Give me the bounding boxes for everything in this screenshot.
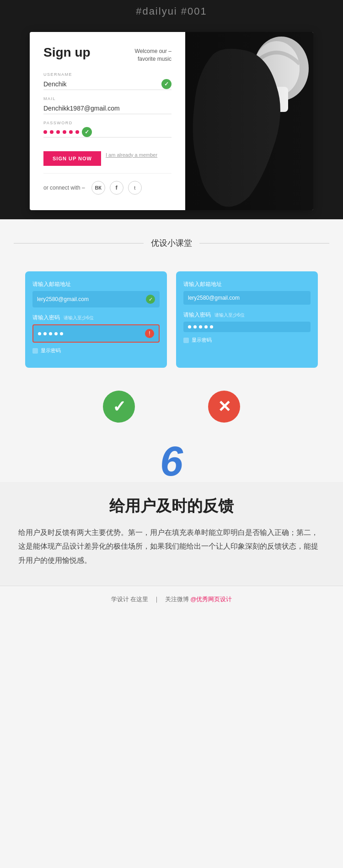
svg-rect-4 bbox=[185, 32, 313, 210]
right-checkbox-label: 显示密码 bbox=[192, 337, 212, 344]
signup-subtitle: Welcome our –favorite music bbox=[135, 48, 172, 63]
username-label: USERNAME bbox=[43, 72, 172, 77]
left-checkbox-label: 显示密码 bbox=[41, 347, 61, 354]
left-email-value: lery2580@gmail.com bbox=[37, 296, 146, 302]
right-dot-2 bbox=[193, 325, 197, 328]
number-section: 6 bbox=[0, 436, 343, 482]
member-link[interactable]: I am already a member bbox=[106, 152, 157, 158]
dot-6 bbox=[75, 130, 79, 134]
left-pw-label: 请输入密码 bbox=[32, 314, 60, 322]
password-group: PASSWORD bbox=[43, 121, 172, 138]
signup-header: Sign up Welcome our –favorite music bbox=[43, 46, 172, 63]
header-title: #dailyui #001 bbox=[136, 5, 207, 17]
left-checkbox-row: 显示密码 bbox=[32, 347, 160, 354]
right-pw-label-row: 请输入密码 请输入至少6位 bbox=[183, 311, 311, 319]
facebook-icon[interactable]: f bbox=[110, 181, 123, 195]
left-email-check: ✓ bbox=[146, 295, 155, 304]
footer-middle: 关注微博 bbox=[165, 596, 189, 603]
twitter-icon[interactable]: t bbox=[128, 181, 142, 195]
password-check-icon bbox=[82, 127, 92, 137]
left-pw-hint: 请输入至少6位 bbox=[64, 315, 94, 321]
article-body: 给用户及时反馈有两大主要优势。第一，用户在填充表单时能立即明白是否输入正确；第二… bbox=[18, 526, 325, 567]
big-x-icon: ✕ bbox=[208, 391, 240, 423]
left-card: 请输入邮箱地址 lery2580@gmail.com ✓ 请输入密码 请输入至少… bbox=[25, 271, 167, 368]
left-pw-dots bbox=[38, 332, 145, 335]
social-row: or connect with – ВК f t bbox=[43, 181, 172, 195]
dot-2 bbox=[50, 130, 54, 134]
social-label: or connect with – bbox=[43, 185, 85, 191]
mail-group: MAIL bbox=[43, 96, 172, 114]
left-email-label: 请输入邮箱地址 bbox=[32, 281, 160, 288]
right-pw-dots bbox=[188, 325, 306, 328]
left-dot-3 bbox=[49, 332, 52, 335]
icon-row: ✓ ✕ bbox=[0, 381, 343, 436]
footer: 学设计 在这里 ｜ 关注微博 @优秀网页设计 bbox=[0, 586, 343, 613]
button-row: SIGN UP NOW I am already a member bbox=[43, 144, 172, 166]
footer-separator: ｜ bbox=[154, 596, 160, 603]
footer-left: 学设计 在这里 bbox=[111, 596, 149, 603]
left-dot-4 bbox=[54, 332, 58, 335]
article-number: 6 bbox=[0, 441, 343, 482]
signup-section: Sign up Welcome our –favorite music USER… bbox=[0, 23, 343, 219]
right-dot-5 bbox=[210, 325, 213, 328]
check-symbol: ✓ bbox=[113, 397, 126, 416]
right-dot-1 bbox=[188, 325, 191, 328]
right-pw-hint: 请输入至少6位 bbox=[214, 312, 245, 318]
left-hr bbox=[14, 243, 144, 243]
dot-5 bbox=[69, 130, 73, 134]
right-checkbox[interactable] bbox=[183, 338, 189, 343]
divider bbox=[43, 173, 172, 174]
left-pw-error-icon: ! bbox=[145, 329, 154, 338]
right-dot-4 bbox=[204, 325, 208, 328]
vk-icon[interactable]: ВК bbox=[91, 181, 105, 195]
right-hr bbox=[199, 243, 329, 243]
right-pw-label: 请输入密码 bbox=[183, 311, 211, 319]
header-section: #dailyui #001 bbox=[0, 0, 343, 23]
signup-card: Sign up Welcome our –favorite music USER… bbox=[30, 32, 313, 210]
hero-image bbox=[185, 32, 313, 210]
left-dot-1 bbox=[38, 332, 41, 335]
signup-image bbox=[185, 32, 313, 210]
signup-button[interactable]: SIGN UP NOW bbox=[43, 151, 101, 166]
left-dot-2 bbox=[43, 332, 47, 335]
username-group: USERNAME bbox=[43, 72, 172, 90]
section-divider: 优设小课堂 bbox=[0, 219, 343, 258]
article-title: 给用户及时的反馈 bbox=[18, 496, 325, 517]
right-dot-3 bbox=[199, 325, 202, 328]
comparison-section: 请输入邮箱地址 lery2580@gmail.com ✓ 请输入密码 请输入至少… bbox=[0, 258, 343, 381]
right-checkbox-row: 显示密码 bbox=[183, 337, 311, 344]
password-label: PASSWORD bbox=[43, 121, 172, 125]
right-email-label: 请输入邮箱地址 bbox=[183, 281, 311, 288]
big-check-icon: ✓ bbox=[103, 391, 135, 423]
x-symbol: ✕ bbox=[218, 397, 231, 416]
username-check-icon bbox=[161, 79, 172, 89]
mail-label: MAIL bbox=[43, 96, 172, 101]
password-input-wrap bbox=[43, 127, 172, 138]
right-pw-wrap bbox=[183, 322, 311, 332]
left-email-wrap: lery2580@gmail.com ✓ bbox=[32, 291, 160, 307]
signup-title: Sign up bbox=[43, 46, 91, 60]
mail-input[interactable] bbox=[43, 103, 172, 114]
username-input-wrap bbox=[43, 79, 172, 90]
left-pw-label-row: 请输入密码 请输入至少6位 bbox=[32, 314, 160, 322]
left-checkbox[interactable] bbox=[32, 348, 38, 354]
right-email-wrap: lery2580@gmail.com bbox=[183, 291, 311, 305]
left-dot-5 bbox=[60, 332, 63, 335]
dot-1 bbox=[43, 130, 47, 134]
left-pw-wrap: ! bbox=[32, 324, 160, 343]
dot-3 bbox=[56, 130, 60, 134]
section-title: 优设小课堂 bbox=[151, 238, 192, 249]
signup-form: Sign up Welcome our –favorite music USER… bbox=[30, 32, 185, 210]
username-input[interactable] bbox=[43, 79, 159, 90]
right-card: 请输入邮箱地址 lery2580@gmail.com 请输入密码 请输入至少6位… bbox=[176, 271, 318, 368]
dot-4 bbox=[63, 130, 66, 134]
article-section: 给用户及时的反馈 给用户及时反馈有两大主要优势。第一，用户在填充表单时能立即明白… bbox=[0, 482, 343, 586]
password-dots bbox=[43, 128, 79, 136]
mail-input-wrap bbox=[43, 103, 172, 114]
right-email-value: lery2580@gmail.com bbox=[188, 295, 306, 301]
footer-link[interactable]: @优秀网页设计 bbox=[190, 596, 232, 603]
